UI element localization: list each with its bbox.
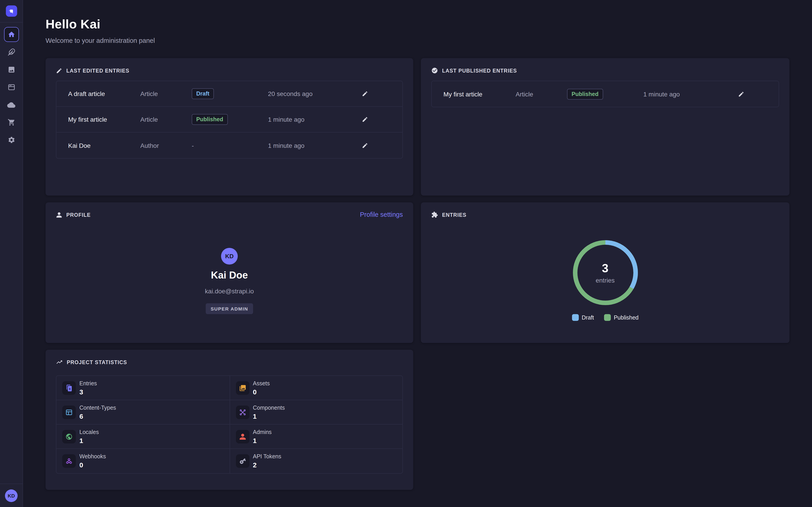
legend-label: Published (614, 314, 639, 321)
stat-value: 2 (253, 461, 281, 469)
stat-entries: Entries 3 (56, 376, 230, 400)
pencil-icon (362, 116, 368, 123)
status-badge: Draft (192, 88, 214, 99)
stat-value: 3 (80, 388, 97, 395)
pencil-icon (738, 91, 744, 97)
entry-name: My first article (444, 90, 516, 98)
profile-settings-link[interactable]: Profile settings (360, 211, 403, 218)
entry-type: Article (140, 116, 192, 123)
entry-type: Article (140, 90, 192, 97)
stat-label: Webhooks (80, 453, 106, 460)
panel-title: ENTRIES (442, 212, 466, 217)
status-badge: Published (192, 114, 227, 125)
user-avatar[interactable]: KD (5, 489, 17, 502)
strapi-admin-dashboard: KD Hello Kai Welcome to your administrat… (0, 0, 812, 507)
shopping-cart-icon (7, 118, 15, 126)
cloud-icon (7, 101, 15, 109)
home-icon (7, 31, 15, 38)
avatar: KD (221, 248, 238, 265)
dashboard-grid: LAST EDITED ENTRIES A draft article Arti… (23, 58, 812, 490)
entry-type: Author (140, 142, 192, 149)
layout-icon (62, 405, 76, 419)
table-row[interactable]: My first article Article Published 1 min… (432, 81, 779, 107)
stat-label: API Tokens (253, 453, 281, 460)
sidebar-item-content-manager[interactable] (4, 45, 19, 59)
donut-center: 3 entries (572, 240, 638, 305)
entry-name: A draft article (68, 90, 140, 97)
check-circle-icon (431, 67, 438, 74)
table-row[interactable]: A draft article Article Draft 20 seconds… (56, 81, 402, 107)
page-subtitle: Welcome to your administration panel (46, 37, 790, 44)
role-badge: SUPER ADMIN (206, 303, 253, 314)
sidebar-item-marketplace[interactable] (4, 115, 19, 130)
stat-value: 6 (80, 412, 116, 420)
last-published-table: My first article Article Published 1 min… (431, 81, 779, 107)
trending-up-icon (56, 359, 63, 365)
panel-title: LAST PUBLISHED ENTRIES (442, 68, 517, 73)
sidebar-item-settings[interactable] (4, 132, 19, 147)
stat-api-tokens: API Tokens 2 (230, 449, 402, 473)
entries-body: 3 entries Draft Published (431, 218, 779, 321)
molecule-icon (236, 405, 249, 419)
key-icon (236, 454, 249, 468)
legend-label: Draft (582, 314, 594, 321)
entry-type: Article (516, 90, 567, 98)
stat-value: 0 (80, 461, 106, 469)
sidebar-item-content-type-builder[interactable] (4, 80, 19, 95)
panel-header: LAST PUBLISHED ENTRIES (431, 67, 779, 74)
status-badge: Published (567, 89, 603, 99)
page-title: Hello Kai (46, 17, 790, 32)
last-published-entries-panel: LAST PUBLISHED ENTRIES My first article … (421, 58, 790, 195)
stat-label: Components (253, 404, 285, 411)
sidebar-item-media-library[interactable] (4, 62, 19, 77)
layout-icon (7, 83, 15, 91)
edit-entry-button[interactable] (737, 90, 745, 98)
donut-total: 3 (602, 262, 609, 275)
entry-name: Kai Doe (68, 142, 140, 149)
profile-name: Kai Doe (211, 270, 248, 281)
entries-panel: ENTRIES 3 entries (421, 202, 790, 343)
panel-header: PROFILE (56, 211, 403, 218)
stat-locales: Locales 1 (56, 425, 230, 449)
panel-title: PROFILE (66, 212, 91, 217)
pencil-icon (362, 142, 368, 149)
stat-value: 1 (253, 412, 285, 420)
sidebar-item-home[interactable] (4, 27, 19, 42)
donut-chart-wrap: 3 entries (572, 240, 638, 305)
status-empty: - (192, 142, 194, 149)
images-icon (236, 381, 249, 395)
donut-total-label: entries (596, 277, 615, 284)
stat-admins: Admins 1 (230, 425, 402, 449)
profile-email: kai.doe@strapi.io (205, 287, 254, 295)
entry-name: My first article (68, 116, 140, 123)
stat-value: 1 (253, 437, 271, 444)
profile-panel: PROFILE Profile settings KD Kai Doe kai.… (46, 202, 413, 343)
stats-grid: Entries 3 Assets 0 (56, 376, 403, 474)
sidebar-footer: KD (0, 484, 22, 507)
strapi-logo[interactable] (6, 5, 17, 17)
table-row[interactable]: Kai Doe Author - 1 minute ago (56, 132, 402, 158)
last-edited-table: A draft article Article Draft 20 seconds… (56, 81, 403, 159)
strapi-logo-icon (7, 7, 15, 15)
edit-entry-button[interactable] (361, 115, 369, 123)
published-swatch (604, 314, 611, 321)
stat-label: Assets (253, 380, 270, 386)
project-statistics-panel: PROJECT STATISTICS Entries 3 (46, 350, 413, 490)
edit-entry-button[interactable] (361, 90, 369, 98)
stat-value: 1 (80, 437, 99, 444)
panel-header: ENTRIES (431, 211, 779, 218)
person-icon (236, 430, 249, 443)
sidebar-item-deploy[interactable] (4, 97, 19, 112)
panel-header: PROJECT STATISTICS (56, 359, 403, 365)
entry-time: 20 seconds ago (268, 90, 361, 97)
panel-header: LAST EDITED ENTRIES (56, 67, 403, 74)
puzzle-icon (431, 211, 438, 218)
legend-item-published: Published (604, 314, 639, 321)
pencil-icon (362, 91, 368, 97)
edit-entry-button[interactable] (361, 141, 369, 150)
stat-label: Content-Types (80, 404, 116, 411)
panel-title: PROJECT STATISTICS (67, 359, 127, 365)
images-icon (7, 66, 15, 73)
table-row[interactable]: My first article Article Published 1 min… (56, 107, 402, 132)
stat-content-types: Content-Types 6 (56, 400, 230, 425)
